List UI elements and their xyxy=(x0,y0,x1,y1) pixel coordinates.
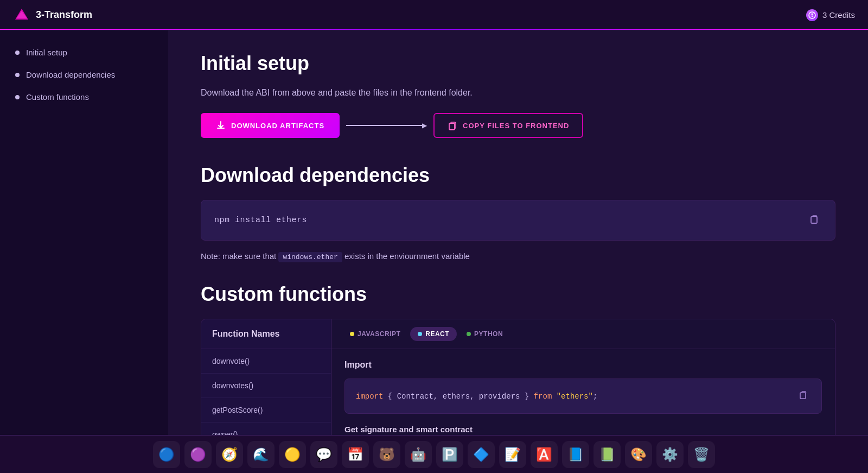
fn-item-downvote[interactable]: downvote() xyxy=(201,349,331,374)
clipboard-icon xyxy=(809,213,820,224)
functions-container: Function Names downvote() downvotes() ge… xyxy=(201,319,835,435)
npm-install-block: npm install ethers xyxy=(201,200,835,241)
sidebar-item-label: Initial setup xyxy=(26,48,67,57)
svg-point-3 xyxy=(811,13,813,15)
sidebar-item-label: Custom functions xyxy=(26,92,89,102)
dock-photoshop[interactable]: 🅿️ xyxy=(436,441,463,468)
clipboard-icon-2 xyxy=(799,390,808,400)
copy-files-button[interactable]: COPY FILES TO FRONTEND xyxy=(433,113,583,138)
copy-icon xyxy=(448,121,457,130)
dock-calendar[interactable]: 📅 xyxy=(342,441,369,468)
download-artifacts-button[interactable]: DOWNLOAD ARTIFACTS xyxy=(201,113,340,138)
react-dot xyxy=(418,332,422,336)
sidebar-item-label: Download dependencies xyxy=(26,70,115,79)
js-dot xyxy=(350,332,354,336)
sidebar: Initial setup Download dependencies Cust… xyxy=(0,30,168,435)
dock-appstore[interactable]: 🅰️ xyxy=(531,441,558,468)
function-code-panel: JAVASCRIPT REACT PYTHON Import xyxy=(331,319,835,435)
credits-label: 3 Credits xyxy=(822,10,855,20)
dock-settings[interactable]: ⚙️ xyxy=(656,441,684,468)
dock: 🔵 🟣 🧭 🌊 🟡 💬 📅 🐻 🤖 🅿️ 🔷 📝 🅰️ 📘 📗 🎨 ⚙️ 🗑️ xyxy=(0,435,868,473)
import-string: "ethers" xyxy=(557,392,593,401)
initial-setup-desc: Download the ABI from above and paste th… xyxy=(201,88,835,98)
bullet-icon xyxy=(15,73,20,77)
dock-chrome[interactable]: 🟡 xyxy=(279,441,306,468)
dock-excel[interactable]: 📗 xyxy=(593,441,621,468)
note-code-inline: windows.ether xyxy=(278,252,342,262)
svg-rect-4 xyxy=(812,15,813,17)
brand-logo xyxy=(13,7,30,24)
dock-notes[interactable]: 📝 xyxy=(499,441,526,468)
tab-javascript[interactable]: JAVASCRIPT xyxy=(342,327,408,341)
import-label: Import xyxy=(344,360,822,370)
dock-messages[interactable]: 💬 xyxy=(310,441,337,468)
dock-safari[interactable]: 🧭 xyxy=(216,441,243,468)
sidebar-item-initial-setup[interactable]: Initial setup xyxy=(0,41,168,64)
note-text: Note: make sure that windows.ether exist… xyxy=(201,251,835,261)
credits-svg xyxy=(808,11,816,19)
sidebar-item-custom-functions[interactable]: Custom functions xyxy=(0,86,168,108)
import-middle: { Contract, ethers, providers } xyxy=(383,392,533,401)
npm-install-code: npm install ethers xyxy=(214,216,307,225)
navbar: 3-Transform 3 Credits xyxy=(0,0,868,30)
py-dot xyxy=(467,332,471,336)
code-content: Import import { Contract, ethers, provid… xyxy=(331,349,835,435)
kw-import: import xyxy=(356,392,383,401)
credits-badge: 3 Credits xyxy=(806,9,855,21)
svg-marker-1 xyxy=(16,11,27,18)
import-code-block: import { Contract, ethers, providers } f… xyxy=(344,379,822,414)
function-names-header: Function Names xyxy=(201,319,331,349)
bullet-icon xyxy=(15,51,20,55)
import-code-text: import { Contract, ethers, providers } f… xyxy=(356,392,597,401)
svg-rect-6 xyxy=(811,217,817,223)
language-tabs: JAVASCRIPT REACT PYTHON xyxy=(331,319,835,349)
main-layout: Initial setup Download dependencies Cust… xyxy=(0,30,868,435)
dock-finder[interactable]: 🔵 xyxy=(153,441,180,468)
kw-from: from xyxy=(534,392,552,401)
download-dependencies-title: Download dependencies xyxy=(201,164,835,187)
dock-launchpad[interactable]: 🟣 xyxy=(184,441,212,468)
svg-point-2 xyxy=(809,12,815,18)
dock-word[interactable]: 📘 xyxy=(562,441,589,468)
arrow-connector xyxy=(340,122,433,129)
fn-item-getpostscore[interactable]: getPostScore() xyxy=(201,398,331,422)
sidebar-item-download-dependencies[interactable]: Download dependencies xyxy=(0,64,168,86)
dock-bear[interactable]: 🐻 xyxy=(373,441,400,468)
custom-functions-title: Custom functions xyxy=(201,283,835,306)
buttons-row: DOWNLOAD ARTIFACTS COPY FILES TO FRONTEN… xyxy=(201,113,835,138)
fn-item-owner[interactable]: owner() xyxy=(201,422,331,435)
dock-android[interactable]: 🤖 xyxy=(405,441,432,468)
credits-icon xyxy=(806,9,818,21)
main-content: Initial setup Download the ABI from abov… xyxy=(168,30,868,435)
dock-vscode[interactable]: 🔷 xyxy=(468,441,495,468)
function-names-panel: Function Names downvote() downvotes() ge… xyxy=(201,319,331,435)
initial-setup-title: Initial setup xyxy=(201,52,835,75)
svg-rect-7 xyxy=(800,393,806,399)
sig-label: Get signature and smart contract xyxy=(344,425,822,434)
dock-trash[interactable]: 🗑️ xyxy=(688,441,715,468)
dock-figma[interactable]: 🎨 xyxy=(625,441,652,468)
tab-react[interactable]: REACT xyxy=(410,327,457,341)
copy-import-button[interactable] xyxy=(796,388,810,405)
svg-rect-5 xyxy=(449,123,455,130)
bullet-icon xyxy=(15,95,20,99)
copy-npm-button[interactable] xyxy=(807,211,822,229)
dock-edge[interactable]: 🌊 xyxy=(247,441,275,468)
tab-python[interactable]: PYTHON xyxy=(459,327,510,341)
fn-item-downvotes[interactable]: downvotes() xyxy=(201,374,331,398)
brand: 3-Transform xyxy=(13,7,92,24)
brand-name: 3-Transform xyxy=(36,9,92,21)
download-icon xyxy=(216,121,226,130)
